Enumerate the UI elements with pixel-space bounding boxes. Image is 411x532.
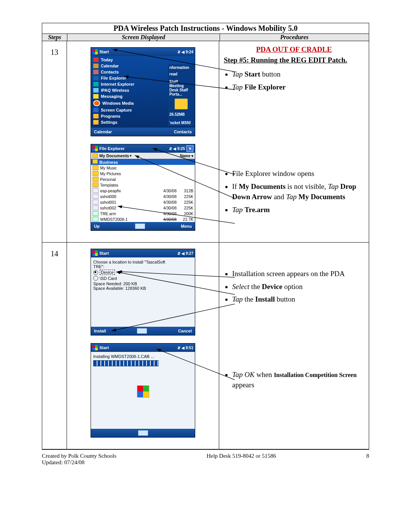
- step-number: 13: [42, 41, 67, 242]
- step-title: Step #5: Running the REG EDIT Patch.: [224, 55, 364, 66]
- soft-key-bar: Calendar Contacts: [91, 128, 195, 136]
- softkey-left[interactable]: Calendar: [94, 129, 112, 134]
- proc-bullet: Tap Tre.arm: [232, 204, 364, 215]
- file-row[interactable]: WMDST2008-14/30/0822.7K: [91, 216, 195, 222]
- space-available: Space Available: 128360 KB: [93, 286, 193, 291]
- today-panel-slice: nformation read Staff MeetingDesk Staff …: [168, 64, 194, 126]
- file-row[interactable]: eap-peapfix4/30/08312B: [91, 188, 195, 193]
- header-procedures: Procedures: [220, 34, 369, 41]
- radio-icon: [93, 270, 98, 275]
- page-footer: Created by Polk County Schools Updated: …: [42, 453, 369, 466]
- radio-sdcard[interactable]: \SD Card: [93, 276, 193, 281]
- file-row[interactable]: sshot0024/30/08225K: [91, 205, 195, 211]
- pda-file-explorer: File Explorer ⇵ ◀ 9:25 ✕ My Documents▾ N…: [91, 144, 195, 231]
- keyboard-icon[interactable]: [135, 224, 145, 229]
- clock-area: ⇵ ◀ 9:25: [169, 147, 185, 151]
- folder-row[interactable]: Templates: [91, 182, 195, 188]
- windows-flag-icon: [92, 251, 98, 256]
- file-row[interactable]: sshot0014/30/08225K: [91, 199, 195, 205]
- keyboard-icon[interactable]: [137, 328, 147, 334]
- table-header: Steps Screen Displayed Procedures: [42, 34, 369, 41]
- folder-row[interactable]: My Pictures: [91, 171, 195, 176]
- radio-icon: [93, 276, 98, 281]
- folder-row[interactable]: My Music: [91, 165, 195, 171]
- menu-today[interactable]: Today: [92, 57, 193, 63]
- footer-helpdesk: Help Desk 519-8042 or 51586: [207, 453, 276, 466]
- sort-column[interactable]: Name ▾: [180, 154, 193, 158]
- softkey-up[interactable]: Up: [94, 224, 100, 228]
- pda-install-location: Start ⇵ ◀ 9:27 Choose a location to inst…: [91, 249, 195, 335]
- procedure-cell-14: Installation screen appears on the PDA S…: [219, 243, 369, 449]
- chevron-down-icon: ▾: [191, 154, 193, 158]
- title-bar[interactable]: Start ⇵ ◀ 9:24: [91, 48, 195, 56]
- softkey-menu[interactable]: Menu: [181, 224, 192, 228]
- pda-start-menu: Start ⇵ ◀ 9:24 Today Calendar Contacts F…: [91, 47, 195, 136]
- proc-bullet: File Explorer window opens: [232, 168, 364, 179]
- page-number: 8: [366, 453, 370, 466]
- windows-flag-icon: [92, 146, 98, 151]
- proc-bullet: Tap Start button: [232, 69, 364, 80]
- install-prompt: Choose a location to install "TascalSoft…: [93, 260, 193, 269]
- proc-bullet: Tap OK when Installation Competition Scr…: [232, 369, 364, 390]
- title-bar[interactable]: File Explorer ⇵ ◀ 9:25 ✕: [91, 144, 195, 153]
- title-text: Start: [99, 50, 109, 54]
- close-button[interactable]: ✕: [186, 145, 193, 152]
- screenshot-cell-13: Start ⇵ ◀ 9:24 Today Calendar Contacts F…: [67, 41, 219, 242]
- cradle-warning: PDA OUT OF CRADLE: [224, 44, 364, 55]
- screenshot-cell-14: Start ⇵ ◀ 9:27 Choose a location to inst…: [67, 243, 219, 449]
- proc-bullet: Tap File Explorer: [232, 82, 364, 93]
- footer-created: Created by Polk County Schools: [42, 453, 116, 459]
- softkey-right[interactable]: Contacts: [174, 129, 192, 134]
- step-number: 14: [42, 243, 67, 449]
- windows-flag-icon: [92, 345, 98, 350]
- chevron-down-icon: ▾: [130, 154, 132, 158]
- step-row-13: 13 Start ⇵ ◀ 9:24 Today Calendar Contact…: [42, 41, 369, 243]
- doc-title: PDA Wireless Patch Instructions - Window…: [42, 23, 369, 34]
- radio-device[interactable]: Device: [93, 270, 193, 275]
- folder-row[interactable]: Personal: [91, 176, 195, 182]
- progress-label: Installing WMDST2008-1.CAB ...: [93, 354, 193, 359]
- file-row-tre[interactable]: TRE.arm4/30/08200K: [91, 211, 195, 216]
- space-needed: Space Needed: 200 KB: [93, 281, 193, 286]
- progress-bar: [93, 360, 159, 366]
- header-screen: Screen Displayed: [67, 34, 220, 41]
- step-row-14: 14 Start ⇵ ◀ 9:27 Choose a location to i…: [42, 243, 369, 449]
- header-steps: Steps: [42, 34, 67, 41]
- proc-bullet: Installation screen appears on the PDA: [232, 268, 364, 279]
- footer-updated: Updated: 07/24/08: [42, 459, 116, 466]
- clock-area: ⇵ ◀ 9:24: [177, 50, 193, 54]
- instruction-table: PDA Wireless Patch Instructions - Window…: [42, 23, 369, 450]
- windows-flag-icon: [92, 49, 98, 54]
- softkey-install[interactable]: Install: [94, 329, 106, 333]
- file-row[interactable]: sshot0004/30/08225K: [91, 193, 195, 199]
- title-text: File Explorer: [99, 146, 125, 151]
- keyboard-icon[interactable]: [138, 430, 148, 436]
- location-dropdown[interactable]: My Documents▾ Name ▾: [91, 153, 195, 159]
- folder-icon: [175, 99, 188, 109]
- selected-folder[interactable]: Business: [91, 159, 195, 165]
- proc-bullet: Select the Device option: [232, 281, 364, 292]
- folder-icon: [92, 153, 98, 158]
- softkey-cancel[interactable]: Cancel: [178, 329, 192, 333]
- pda-install-progress: Start ⇵ ◀ 8:51 Installing WMDST2008-1.CA…: [91, 343, 195, 438]
- procedure-cell-13: PDA OUT OF CRADLE Step #5: Running the R…: [219, 41, 369, 242]
- proc-bullet: If My Documents is not visible, Tap Drop…: [232, 181, 364, 202]
- file-list: My Documents▾ Name ▾ Business My Music M…: [91, 153, 195, 222]
- proc-bullet: Tap the Install button: [232, 294, 364, 305]
- windows-flag-icon: [137, 385, 149, 398]
